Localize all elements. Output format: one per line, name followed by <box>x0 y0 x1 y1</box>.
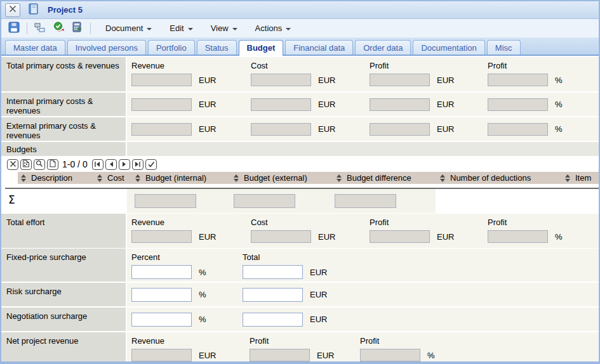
tab-documentation[interactable]: Documentation <box>413 40 484 55</box>
budgets-section-label: Budgets <box>1 142 127 156</box>
column-header: Profit <box>360 332 435 349</box>
tab-budget[interactable]: Budget <box>239 40 284 56</box>
row-net-project-revenue: Net project revenue Revenue EUR Profit E… <box>1 332 599 361</box>
column-header: Profit <box>488 57 563 74</box>
tab-misc[interactable]: Misc <box>487 40 521 55</box>
new-record-button[interactable] <box>47 159 58 170</box>
tab-portfolio[interactable]: Portfolio <box>148 40 195 55</box>
tab-status[interactable]: Status <box>197 40 237 55</box>
delete-icon <box>10 160 17 169</box>
toolbar-separator <box>90 23 91 34</box>
row-fixed-price-surcharge: Fixed-price surcharge Percent % Total EU… <box>1 249 599 282</box>
titlebar: Project 5 <box>1 1 599 19</box>
unit-label: % <box>555 75 563 85</box>
next-page-button[interactable] <box>119 159 130 170</box>
main-toolbar: Document Edit View Actions <box>1 19 599 38</box>
menubar: Document Edit View Actions <box>100 22 303 35</box>
sort-icon[interactable] <box>135 174 140 182</box>
budgets-section: Budgets <box>1 142 599 156</box>
workflow-button[interactable] <box>32 22 47 36</box>
external-primary-profit-percent-field <box>488 123 548 136</box>
column-header: Profit <box>370 214 454 230</box>
total-effort-revenue-field <box>131 230 192 243</box>
delete-row-button[interactable] <box>7 159 18 170</box>
menu-edit[interactable]: Edit <box>164 22 197 35</box>
negotiation-total-input[interactable] <box>243 313 303 327</box>
prev-page-button[interactable] <box>105 159 117 170</box>
budgets-sum-row: Σ <box>1 189 599 213</box>
row-external-primary: External primary costs & revenues EUR EU… <box>1 117 599 141</box>
last-page-button[interactable] <box>132 159 143 170</box>
sort-icon[interactable] <box>565 174 570 182</box>
risk-percent-input[interactable] <box>131 288 192 302</box>
sum-budget-external-field <box>234 194 295 208</box>
col-description[interactable]: Description <box>21 172 72 184</box>
row-label: External primary costs & revenues <box>1 117 127 141</box>
column-header: Revenue <box>131 332 216 349</box>
check-badge-button[interactable] <box>51 22 66 36</box>
row-label: Net project revenue <box>1 332 127 361</box>
unit-label: EUR <box>318 100 335 109</box>
unit-label: EUR <box>318 232 335 242</box>
first-page-button[interactable] <box>92 159 103 170</box>
prev-page-icon <box>108 160 114 169</box>
sum-budget-difference-field <box>335 194 396 208</box>
menu-actions-label: Actions <box>255 23 283 33</box>
col-label: Item <box>575 173 591 183</box>
row-label: Fixed-price surcharge <box>1 249 127 282</box>
internal-primary-profit-field <box>370 98 430 111</box>
unit-label: EUR <box>199 75 216 85</box>
column-header: Profit <box>488 214 563 230</box>
row-label: Internal primary costs & revenues <box>1 93 127 116</box>
unit-label: EUR <box>199 100 216 109</box>
col-number-of-deductions[interactable]: Number of deductions <box>440 172 531 184</box>
row-internal-primary: Internal primary costs & revenues EUR EU… <box>1 93 599 116</box>
col-budget-internal[interactable]: Budget (internal) <box>135 172 206 184</box>
row-label: Total primary costs & revenues <box>1 57 127 91</box>
tab-involved-persons[interactable]: Involved persons <box>67 40 146 55</box>
chevron-down-icon <box>232 28 237 30</box>
total-effort-profit-field <box>370 230 430 243</box>
row-label: Risk surcharge <box>1 283 127 306</box>
sort-icon[interactable] <box>97 174 102 182</box>
tab-master-data[interactable]: Master data <box>5 40 65 55</box>
risk-total-input[interactable] <box>243 288 303 302</box>
close-icon <box>8 4 17 15</box>
sort-icon[interactable] <box>234 174 239 182</box>
sort-icon[interactable] <box>21 174 26 182</box>
unit-label: % <box>555 100 563 109</box>
unit-label: EUR <box>317 351 334 360</box>
col-budget-external[interactable]: Budget (external) <box>234 172 307 184</box>
tab-financial-data[interactable]: Financial data <box>285 40 353 55</box>
menu-document[interactable]: Document <box>100 22 157 35</box>
menu-actions[interactable]: Actions <box>250 22 297 35</box>
fixed-price-total-input[interactable] <box>243 265 303 279</box>
negotiation-percent-input[interactable] <box>131 313 192 327</box>
menu-document-label: Document <box>105 23 143 33</box>
toolbar-separator <box>27 23 27 34</box>
unit-label: EUR <box>437 100 454 109</box>
sort-icon[interactable] <box>337 174 342 182</box>
unit-label: EUR <box>310 290 327 299</box>
sort-icon[interactable] <box>440 174 445 182</box>
search-button[interactable] <box>34 159 45 170</box>
menu-edit-label: Edit <box>170 23 183 33</box>
unit-label: EUR <box>318 124 335 134</box>
column-header: Revenue <box>131 57 216 74</box>
copy-row-button[interactable] <box>20 159 32 170</box>
menu-view[interactable]: View <box>206 22 243 35</box>
col-item[interactable]: Item <box>565 172 591 184</box>
app-window: Project 5 <box>0 0 600 364</box>
col-cost[interactable]: Cost <box>97 172 124 184</box>
col-budget-difference[interactable]: Budget difference <box>337 172 411 184</box>
col-label: Budget difference <box>347 173 411 183</box>
close-button[interactable] <box>5 3 20 17</box>
apply-button[interactable] <box>145 159 157 170</box>
save-button[interactable] <box>6 22 22 36</box>
unit-label: % <box>427 351 435 360</box>
calculator-export-button[interactable] <box>70 22 85 36</box>
tab-order-data[interactable]: Order data <box>355 40 411 55</box>
chevron-down-icon <box>286 28 291 30</box>
fixed-price-percent-input[interactable] <box>131 265 192 279</box>
check-badge-icon <box>53 22 65 35</box>
